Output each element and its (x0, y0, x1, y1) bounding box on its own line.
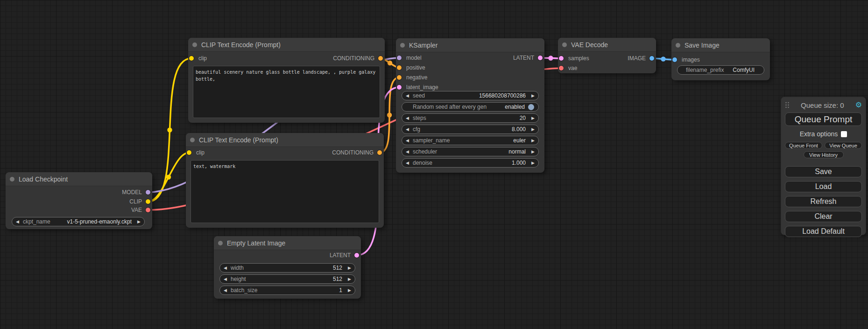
conditioning-out-port[interactable] (378, 56, 383, 61)
positive-prompt-textarea[interactable]: beautiful scenery nature glass bottle la… (193, 66, 380, 118)
ckpt-name-widget[interactable]: ◀ ckpt_name v1-5-pruned-emaonly.ckpt ▶ (12, 217, 145, 226)
decrement-arrow-icon[interactable]: ◀ (406, 113, 411, 123)
decrement-arrow-icon[interactable]: ◀ (16, 217, 21, 226)
increment-arrow-icon[interactable]: ▶ (529, 113, 535, 123)
vae-in-port[interactable] (559, 66, 564, 70)
decrement-arrow-icon[interactable]: ◀ (406, 147, 411, 156)
toggle-on-icon[interactable] (528, 104, 534, 110)
random-seed-toggle[interactable]: Random seed after every gen enabled (402, 102, 539, 112)
height-widget[interactable]: ◀ height 512 ▶ (219, 274, 355, 284)
node-graph-canvas[interactable]: Load Checkpoint MODEL CLIP VAE ◀ ckpt_na… (0, 0, 868, 329)
slot-label: vae (568, 65, 577, 71)
increment-arrow-icon[interactable]: ▶ (346, 286, 351, 295)
decrement-arrow-icon[interactable]: ◀ (406, 125, 411, 134)
latent-out-port[interactable] (354, 253, 359, 258)
node-save-image[interactable]: Save Image images filename_prefix ComfyU… (671, 38, 770, 80)
filename-prefix-widget[interactable]: filename_prefix ComfyUI (677, 65, 764, 75)
collapse-dot-icon[interactable] (562, 42, 567, 47)
conditioning-out-port[interactable] (377, 150, 382, 155)
increment-arrow-icon[interactable]: ▶ (135, 217, 141, 226)
queue-size-label: Queue size: 0 (790, 101, 855, 109)
increment-arrow-icon[interactable]: ▶ (346, 274, 351, 284)
slot-label: negative (406, 74, 427, 81)
decrement-arrow-icon[interactable]: ◀ (224, 274, 229, 284)
decrement-arrow-icon[interactable]: ◀ (224, 286, 229, 295)
collapse-dot-icon[interactable] (192, 42, 197, 47)
node-title: Save Image (685, 42, 720, 49)
slot-label: latent_image (406, 84, 438, 91)
slot-label: images (682, 56, 700, 63)
denoise-widget[interactable]: ◀ denoise 1.000 ▶ (402, 158, 539, 168)
collapse-dot-icon[interactable] (218, 241, 223, 245)
negative-prompt-textarea[interactable]: text, watermark (191, 160, 379, 223)
load-default-button[interactable]: Load Default (785, 226, 862, 237)
node-title: Load Checkpoint (19, 175, 68, 183)
collapse-dot-icon[interactable] (10, 177, 14, 182)
decrement-arrow-icon[interactable]: ◀ (224, 263, 229, 273)
model-in-port[interactable] (397, 56, 402, 60)
refresh-button[interactable]: Refresh (785, 196, 862, 207)
queue-prompt-button[interactable]: Queue Prompt (785, 112, 862, 126)
increment-arrow-icon[interactable]: ▶ (529, 136, 535, 145)
latent-out-port[interactable] (538, 56, 543, 60)
increment-arrow-icon[interactable]: ▶ (529, 158, 535, 168)
decrement-arrow-icon[interactable]: ◀ (406, 158, 411, 168)
queue-front-button[interactable]: Queue Front (785, 142, 822, 149)
clip-out-port[interactable] (146, 199, 150, 204)
node-title-bar[interactable]: KSampler (396, 38, 544, 52)
slot-label: MODEL (122, 189, 142, 196)
positive-in-port[interactable] (397, 65, 402, 70)
increment-arrow-icon[interactable]: ▶ (529, 91, 535, 100)
latent-image-in-port[interactable] (397, 85, 402, 90)
save-button[interactable]: Save (785, 166, 862, 177)
collapse-dot-icon[interactable] (676, 43, 680, 48)
increment-arrow-icon[interactable]: ▶ (529, 147, 535, 156)
collapse-dot-icon[interactable] (400, 43, 405, 48)
clip-in-port[interactable] (189, 56, 194, 61)
negative-in-port[interactable] (397, 75, 402, 80)
extra-options-label: Extra options (800, 130, 838, 138)
steps-widget[interactable]: ◀ steps 20 ▶ (402, 113, 539, 123)
clear-button[interactable]: Clear (785, 211, 862, 222)
batch-size-widget[interactable]: ◀ batch_size 1 ▶ (219, 286, 355, 295)
slot-label: clip (198, 55, 207, 62)
collapse-dot-icon[interactable] (190, 138, 195, 142)
node-title: CLIP Text Encode (Prompt) (201, 41, 281, 49)
vae-out-port[interactable] (146, 208, 150, 212)
node-empty-latent-image[interactable]: Empty Latent Image LATENT ◀ width 512 ▶ … (214, 236, 361, 299)
view-queue-button[interactable]: View Queue (825, 142, 862, 149)
node-title-bar[interactable]: CLIP Text Encode (Prompt) (186, 133, 384, 147)
node-title-bar[interactable]: Load Checkpoint (6, 172, 152, 186)
cfg-widget[interactable]: ◀ cfg 8.000 ▶ (402, 125, 539, 134)
decrement-arrow-icon[interactable]: ◀ (406, 91, 411, 100)
images-in-port[interactable] (672, 57, 677, 62)
seed-widget[interactable]: ◀ seed 156680208700286 ▶ (402, 91, 539, 100)
node-title-bar[interactable]: Empty Latent Image (214, 236, 361, 250)
width-widget[interactable]: ◀ width 512 ▶ (219, 263, 355, 273)
scheduler-widget[interactable]: ◀ scheduler normal ▶ (402, 147, 539, 156)
image-out-port[interactable] (649, 56, 654, 61)
decrement-arrow-icon[interactable]: ◀ (406, 136, 411, 145)
sampler-name-widget[interactable]: ◀ sampler_name euler ▶ (402, 136, 539, 145)
slot-label: CONDITIONING (333, 55, 374, 62)
view-history-button[interactable]: View History (804, 151, 844, 158)
increment-arrow-icon[interactable]: ▶ (346, 263, 351, 273)
node-ksampler[interactable]: KSampler model positive negative latent_… (396, 38, 544, 173)
node-title-bar[interactable]: CLIP Text Encode (Prompt) (188, 38, 385, 52)
node-title-bar[interactable]: VAE Decode (558, 38, 656, 52)
clip-in-port[interactable] (187, 150, 191, 155)
widget-value: v1-5-pruned-emaonly.ckpt (50, 218, 132, 225)
settings-gear-icon[interactable]: ⚙ (855, 101, 862, 109)
extra-options-checkbox[interactable] (841, 131, 847, 137)
node-load-checkpoint[interactable]: Load Checkpoint MODEL CLIP VAE ◀ ckpt_na… (6, 172, 152, 229)
node-clip-text-encode-positive[interactable]: CLIP Text Encode (Prompt) clip CONDITION… (188, 38, 385, 123)
load-button[interactable]: Load (785, 181, 862, 192)
node-clip-text-encode-negative[interactable]: CLIP Text Encode (Prompt) clip CONDITION… (186, 133, 384, 228)
node-title-bar[interactable]: Save Image (671, 38, 770, 52)
samples-in-port[interactable] (559, 56, 564, 61)
slot-label: CONDITIONING (332, 149, 374, 156)
drag-handle-icon[interactable] (785, 101, 790, 109)
node-vae-decode[interactable]: VAE Decode samples vae IMAGE (558, 38, 656, 73)
model-out-port[interactable] (146, 190, 150, 195)
increment-arrow-icon[interactable]: ▶ (529, 125, 535, 134)
